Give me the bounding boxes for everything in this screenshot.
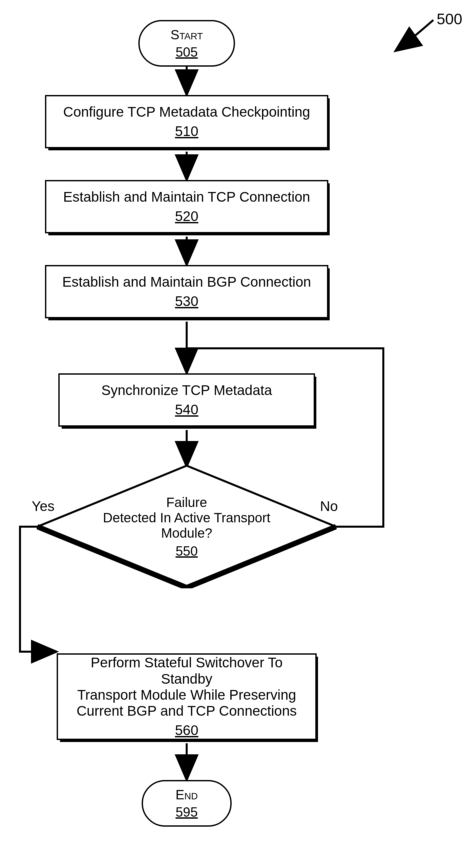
terminal-start-num: 505 (176, 44, 198, 60)
edge-no-label: No (320, 498, 338, 514)
decision-550-line2: Detected In Active Transport (103, 510, 270, 525)
process-530-num: 530 (175, 293, 198, 309)
terminal-end-num: 595 (176, 804, 198, 820)
process-520-num: 520 (175, 208, 198, 224)
terminal-end-label: End (175, 787, 198, 802)
process-540: Synchronize TCP Metadata 540 (58, 373, 315, 427)
process-530: Establish and Maintain BGP Connection 53… (45, 265, 328, 318)
process-520: Establish and Maintain TCP Connection 52… (45, 180, 328, 233)
decision-550-line1: Failure (166, 495, 207, 510)
process-510-num: 510 (175, 123, 198, 140)
process-560-line2: Transport Module While Preserving (71, 687, 303, 703)
process-510: Configure TCP Metadata Checkpointing 510 (45, 95, 328, 148)
terminal-start-label: Start (170, 27, 203, 42)
terminal-end: End 595 (142, 780, 232, 827)
decision-550-num: 550 (176, 543, 198, 559)
process-560-line3: Current BGP and TCP Connections (70, 703, 304, 719)
decision-550-line3: Module? (161, 525, 212, 541)
process-560-num: 560 (175, 722, 198, 738)
decision-550: Failure Detected In Active Transport Mod… (37, 465, 337, 588)
figure-number: 500 (437, 10, 462, 28)
edge-yes-label: Yes (32, 498, 55, 514)
decision-550-text: Failure Detected In Active Transport Mod… (37, 465, 337, 588)
process-530-label: Establish and Maintain BGP Connection (56, 274, 318, 290)
process-560-line1: Perform Stateful Switchover To Standby (58, 655, 315, 687)
process-540-num: 540 (175, 402, 198, 418)
process-520-label: Establish and Maintain TCP Connection (57, 189, 317, 205)
process-560: Perform Stateful Switchover To Standby T… (57, 653, 317, 740)
process-540-label: Synchronize TCP Metadata (95, 382, 279, 398)
flowchart-canvas: 500 Start 505 Configure TCP Metadata (0, 0, 467, 868)
process-510-label: Configure TCP Metadata Checkpointing (57, 104, 317, 120)
terminal-start: Start 505 (138, 20, 235, 67)
